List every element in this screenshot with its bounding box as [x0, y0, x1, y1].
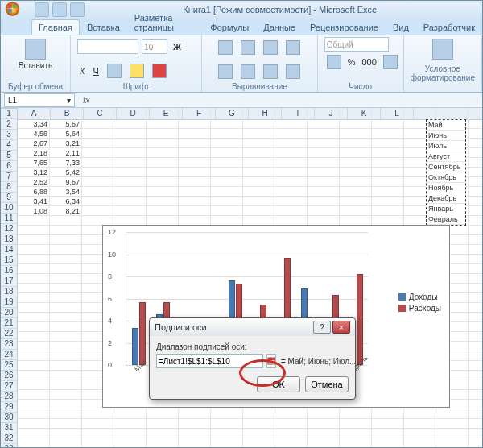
row-header-12[interactable]: 12: [1, 224, 17, 234]
undo-icon[interactable]: [52, 2, 67, 17]
bold-button[interactable]: Ж: [171, 40, 184, 53]
comma-button[interactable]: 000: [360, 53, 379, 71]
tab-pagelayout[interactable]: Разметка страницы: [127, 10, 204, 35]
fx-icon[interactable]: fx: [78, 95, 95, 105]
cell-B7[interactable]: 9,67: [50, 177, 82, 187]
row-header-8[interactable]: 8: [1, 182, 17, 193]
row-header-13[interactable]: 13: [1, 234, 17, 245]
row-header-27[interactable]: 27: [1, 381, 17, 392]
ok-button[interactable]: OK: [257, 376, 300, 392]
cell-A1[interactable]: 3,34: [18, 119, 50, 129]
wrap-text[interactable]: [283, 39, 303, 56]
row-header-20[interactable]: 20: [1, 308, 17, 318]
cell-L-Ноябрь[interactable]: Ноябрь: [427, 183, 465, 193]
tab-data[interactable]: Данные: [256, 19, 303, 35]
cell-B3[interactable]: 3,21: [50, 139, 82, 148]
row-header-6[interactable]: 6: [1, 161, 17, 172]
border-button[interactable]: [105, 62, 124, 80]
percent-button[interactable]: %: [345, 53, 358, 71]
tab-insert[interactable]: Вставка: [80, 19, 127, 35]
align-middle[interactable]: [238, 39, 258, 56]
name-box[interactable]: L1▾: [4, 93, 75, 107]
tab-view[interactable]: Вид: [386, 19, 416, 35]
number-format-select[interactable]: Общий: [324, 37, 389, 52]
row-header-29[interactable]: 29: [1, 402, 17, 413]
fill-color-button[interactable]: [127, 62, 147, 80]
cell-A6[interactable]: 3,12: [18, 168, 50, 177]
font-color-button[interactable]: [150, 62, 169, 80]
row-header-14[interactable]: 14: [1, 245, 17, 255]
tab-developer[interactable]: Разработчик: [416, 19, 482, 35]
row-header-18[interactable]: 18: [1, 287, 17, 297]
font-name-select[interactable]: [77, 39, 138, 54]
row-header-15[interactable]: 15: [1, 255, 17, 266]
align-right[interactable]: [261, 63, 280, 81]
cell-L-Январь[interactable]: Январь: [427, 204, 465, 214]
cell-B10[interactable]: 8,21: [50, 206, 82, 216]
conditional-formatting-button[interactable]: [430, 37, 456, 61]
row-header-11[interactable]: 11: [1, 214, 17, 224]
cell-A4[interactable]: 2,18: [18, 148, 50, 158]
dialog-help-button[interactable]: ?: [313, 321, 331, 334]
cell-A7[interactable]: 2,52: [18, 177, 50, 187]
row-header-9[interactable]: 9: [1, 193, 17, 203]
cell-B9[interactable]: 6,34: [50, 197, 82, 206]
tab-review[interactable]: Рецензирование: [303, 19, 386, 35]
row-header-30[interactable]: 30: [1, 413, 17, 423]
cell-L-Сентябрь[interactable]: Сентябрь: [427, 162, 465, 172]
align-left[interactable]: [216, 63, 235, 81]
cell-L-Май[interactable]: Май: [427, 120, 465, 131]
row-header-1[interactable]: 1: [1, 109, 17, 119]
currency-button[interactable]: [324, 53, 344, 71]
row-header-28[interactable]: 28: [1, 392, 17, 402]
cell-L-Август[interactable]: Август: [427, 151, 465, 162]
office-button[interactable]: [2, 0, 28, 18]
row-header-26[interactable]: 26: [1, 371, 17, 381]
row-header-2[interactable]: 2: [1, 119, 17, 130]
paste-button[interactable]: [23, 37, 48, 61]
row-header-16[interactable]: 16: [1, 266, 17, 276]
cell-L-Июль[interactable]: Июль: [427, 141, 465, 151]
cells[interactable]: 3,345,674,565,642,673,212,182,117,657,33…: [18, 119, 82, 216]
row-header-3[interactable]: 3: [1, 130, 17, 140]
cell-B6[interactable]: 5,42: [50, 168, 82, 177]
cell-A8[interactable]: 6,88: [18, 187, 50, 197]
align-bottom[interactable]: [261, 39, 280, 56]
row-header-23[interactable]: 23: [1, 339, 17, 350]
tab-home[interactable]: Главная: [31, 19, 80, 35]
cell-B1[interactable]: 5,67: [50, 119, 82, 129]
row-header-7[interactable]: 7: [1, 172, 17, 182]
inc-decimal[interactable]: [381, 53, 400, 71]
dialog-close-button[interactable]: ×: [332, 321, 350, 334]
dialog-titlebar[interactable]: Подписи оси ? ×: [150, 318, 355, 336]
collapse-dialog-button[interactable]: [266, 354, 276, 368]
cell-A2[interactable]: 4,56: [18, 129, 50, 139]
underline-button[interactable]: Ч: [91, 64, 101, 77]
tab-formulas[interactable]: Формулы: [203, 19, 256, 35]
cancel-button[interactable]: Отмена: [305, 376, 349, 392]
font-size-select[interactable]: 10: [142, 39, 167, 54]
cell-A5[interactable]: 7,65: [18, 158, 50, 168]
redo-icon[interactable]: [70, 2, 85, 17]
cell-L-Июнь[interactable]: Июнь: [427, 131, 465, 141]
merge-center[interactable]: [283, 63, 303, 81]
row-header-5[interactable]: 5: [1, 151, 17, 161]
cell-L-Октябрь[interactable]: Октябрь: [427, 172, 465, 183]
row-header-4[interactable]: 4: [1, 140, 17, 151]
row-header-31[interactable]: 31: [1, 423, 17, 433]
row-header-25[interactable]: 25: [1, 360, 17, 371]
cell-A3[interactable]: 2,67: [18, 139, 50, 148]
row-headers[interactable]: 1234567891011121314151617181920212223242…: [1, 109, 18, 447]
row-header-22[interactable]: 22: [1, 329, 17, 339]
cell-B2[interactable]: 5,64: [50, 129, 82, 139]
cell-L-Февраль[interactable]: Февраль: [427, 214, 465, 225]
align-top[interactable]: [216, 39, 235, 56]
row-header-17[interactable]: 17: [1, 276, 17, 287]
cell-B4[interactable]: 2,11: [50, 148, 82, 158]
cell-B8[interactable]: 3,54: [50, 187, 82, 197]
cell-A9[interactable]: 3,41: [18, 197, 50, 206]
row-header-10[interactable]: 10: [1, 203, 17, 214]
row-header-32[interactable]: 32: [1, 433, 17, 444]
save-icon[interactable]: [35, 2, 49, 17]
cell-A10[interactable]: 1,08: [18, 206, 50, 216]
